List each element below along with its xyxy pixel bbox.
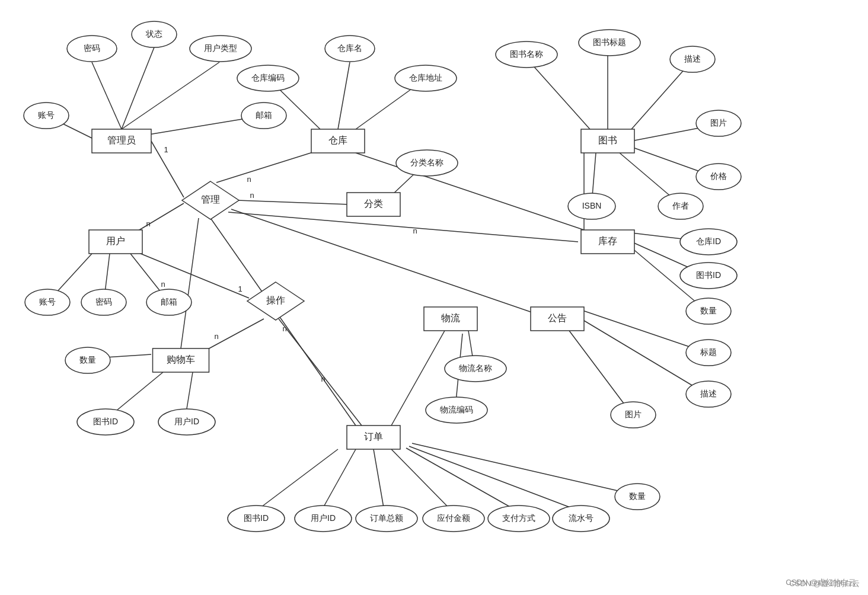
watermark-text: CSDN @虚幻的白云: [786, 577, 856, 588]
